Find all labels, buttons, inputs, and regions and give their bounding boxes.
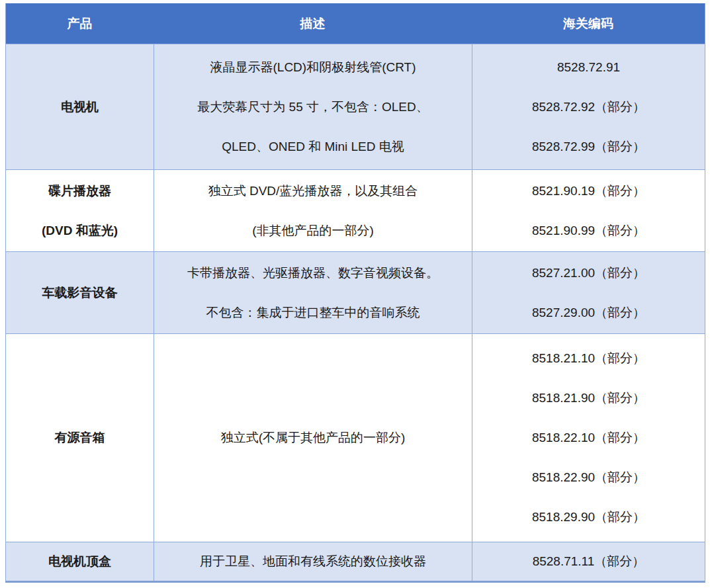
hs-code: 8528.72.99（部分） — [532, 138, 645, 155]
description-line: 不包含：集成于进口整车中的音响系统 — [206, 304, 420, 321]
description-line: 独立式(不属于其他产品的一部分) — [221, 429, 406, 446]
hs-code: 8528.72.92（部分） — [532, 99, 645, 116]
hs-codes-cell: 8528.71.11（部分） — [472, 542, 705, 581]
product-cell: 电视机顶盒 — [6, 542, 154, 581]
description-line: (非其他产品的一部分) — [252, 222, 374, 239]
product-name: 车载影音设备 — [42, 284, 118, 302]
table-row-set-top-box: 电视机顶盒 用于卫星、地面和有线系统的数位接收器 8528.71.11（部分） — [6, 542, 705, 581]
description-line: QLED、ONED 和 Mini LED 电视 — [222, 138, 404, 155]
product-name: (DVD 和蓝光) — [42, 222, 118, 239]
product-cell: 电视机 — [6, 44, 154, 169]
description-line: 最大荧幕尺寸为 55 寸，不包含：OLED、 — [197, 99, 428, 116]
product-name: 电视机顶盒 — [48, 553, 111, 570]
column-header-product: 产品 — [6, 3, 154, 44]
hs-code: 8527.21.00（部分） — [532, 265, 645, 282]
description-line: 独立式 DVD/蓝光播放器，以及其组合 — [208, 183, 418, 200]
description-cell: 液晶显示器(LCD)和阴极射线管(CRT) 最大荧幕尺寸为 55 寸，不包含：O… — [154, 44, 472, 169]
description-cell: 用于卫星、地面和有线系统的数位接收器 — [154, 542, 472, 581]
hs-codes-cell: 8518.21.10（部分） 8518.21.90（部分） 8518.22.10… — [472, 334, 705, 542]
hs-code: 8518.21.10（部分） — [532, 350, 645, 367]
hs-code: 8518.29.90（部分） — [532, 509, 645, 526]
hs-code: 8518.22.10（部分） — [532, 429, 645, 446]
hs-code: 8521.90.99（部分） — [532, 222, 645, 239]
table-row-car-av: 车载影音设备 卡带播放器、光驱播放器、数字音视频设备。 不包含：集成于进口整车中… — [6, 251, 705, 333]
table-row-powered-speakers: 有源音箱 独立式(不属于其他产品的一部分) 8518.21.10（部分） 851… — [6, 333, 705, 542]
hs-code: 8518.21.90（部分） — [532, 390, 645, 407]
column-header-description: 描述 — [154, 3, 472, 44]
product-name: 有源音箱 — [55, 429, 105, 446]
page: 产品 描述 海关编码 电视机 液晶显示器(LCD)和阴极射线管(CRT) 最大荧… — [0, 0, 710, 588]
description-cell: 卡带播放器、光驱播放器、数字音视频设备。 不包含：集成于进口整车中的音响系统 — [154, 252, 472, 333]
product-name: 电视机 — [61, 99, 99, 116]
product-cell: 车载影音设备 — [6, 252, 154, 333]
hs-code: 8521.90.19（部分） — [532, 183, 645, 200]
hs-code: 8518.22.90（部分） — [532, 469, 645, 486]
column-header-hs-code: 海关编码 — [472, 3, 705, 44]
description-line: 卡带播放器、光驱播放器、数字音视频设备。 — [187, 265, 439, 282]
hs-code: 8528.71.11（部分） — [533, 553, 645, 570]
table-header-row: 产品 描述 海关编码 — [6, 3, 705, 44]
hs-code-table: 产品 描述 海关编码 电视机 液晶显示器(LCD)和阴极射线管(CRT) 最大荧… — [5, 3, 705, 583]
product-cell: 有源音箱 — [6, 334, 154, 542]
hs-code: 8528.72.91 — [557, 59, 620, 76]
hs-codes-cell: 8521.90.19（部分） 8521.90.99（部分） — [472, 170, 705, 251]
table-row-disc-players: 碟片播放器 (DVD 和蓝光) 独立式 DVD/蓝光播放器，以及其组合 (非其他… — [6, 169, 705, 251]
description-cell: 独立式(不属于其他产品的一部分) — [154, 334, 472, 542]
hs-code: 8527.29.00（部分） — [532, 304, 645, 321]
description-cell: 独立式 DVD/蓝光播放器，以及其组合 (非其他产品的一部分) — [154, 170, 472, 251]
product-cell: 碟片播放器 (DVD 和蓝光) — [6, 170, 154, 251]
hs-codes-cell: 8528.72.91 8528.72.92（部分） 8528.72.99（部分） — [472, 44, 705, 169]
description-line: 液晶显示器(LCD)和阴极射线管(CRT) — [210, 59, 416, 76]
table-row-tv: 电视机 液晶显示器(LCD)和阴极射线管(CRT) 最大荧幕尺寸为 55 寸，不… — [6, 44, 705, 169]
product-name: 碟片播放器 — [48, 183, 111, 200]
description-line: 用于卫星、地面和有线系统的数位接收器 — [200, 553, 426, 570]
hs-codes-cell: 8527.21.00（部分） 8527.29.00（部分） — [472, 252, 705, 333]
